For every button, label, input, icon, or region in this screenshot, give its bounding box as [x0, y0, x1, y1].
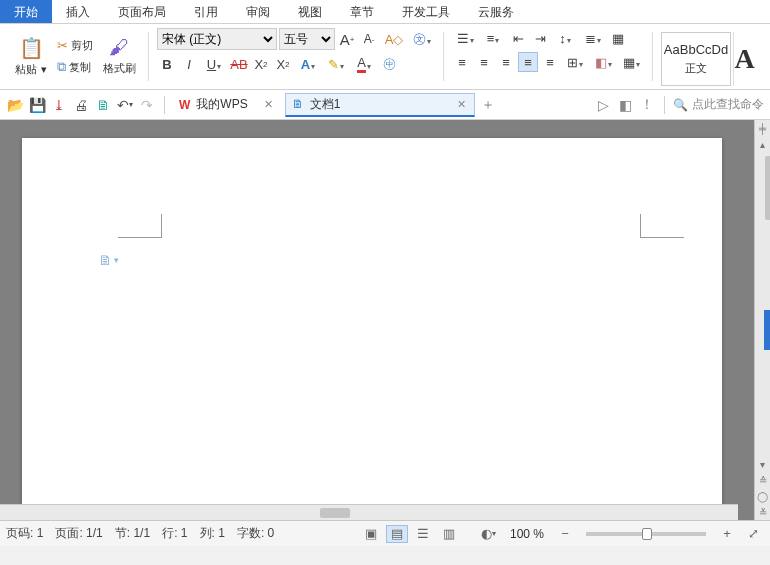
- menu-tab-insert[interactable]: 插入: [52, 0, 104, 23]
- menu-tab-references[interactable]: 引用: [180, 0, 232, 23]
- tab-document[interactable]: 🗎 文档1 ✕: [285, 93, 475, 117]
- view-fullscreen-button[interactable]: ▣: [360, 525, 382, 543]
- view-outline-button[interactable]: ☰: [412, 525, 434, 543]
- bold-button[interactable]: B: [157, 54, 177, 74]
- text-effects-button[interactable]: A: [295, 54, 321, 74]
- zoom-slider[interactable]: [586, 532, 706, 536]
- scrollbar-thumb[interactable]: [320, 508, 350, 518]
- tab-my-wps[interactable]: W 我的WPS ✕: [173, 93, 281, 117]
- dropdown-icon: ▾: [41, 63, 47, 75]
- increase-indent-button[interactable]: ⇥: [530, 28, 550, 48]
- menu-tab-devtools[interactable]: 开发工具: [388, 0, 464, 23]
- align-justify-button[interactable]: ≡: [518, 52, 538, 72]
- print-icon[interactable]: 🖨: [72, 96, 90, 114]
- decrease-indent-button[interactable]: ⇤: [508, 28, 528, 48]
- enclose-char-button[interactable]: ㊥: [379, 54, 399, 74]
- paragraph-icon: 🗎: [98, 252, 112, 268]
- view-web-button[interactable]: ▥: [438, 525, 460, 543]
- prev-page-icon[interactable]: ≙: [755, 472, 771, 488]
- redo-icon[interactable]: ↷: [138, 96, 156, 114]
- status-page-no[interactable]: 页码: 1: [6, 525, 43, 542]
- export-pdf-icon[interactable]: ⤓: [50, 96, 68, 114]
- clear-format-button[interactable]: A◇: [381, 29, 407, 49]
- split-icon[interactable]: ╪: [755, 120, 771, 136]
- fit-page-button[interactable]: ⤢: [742, 525, 764, 543]
- distribute-button[interactable]: ≡: [540, 52, 560, 72]
- paste-button[interactable]: 📋 粘贴 ▾: [10, 28, 52, 84]
- strikethrough-button[interactable]: AB: [229, 54, 249, 74]
- scroll-up-icon[interactable]: ▴: [755, 136, 771, 152]
- highlight-button[interactable]: ✎: [323, 54, 349, 74]
- zoom-slider-thumb[interactable]: [642, 528, 652, 540]
- cut-label: 剪切: [71, 38, 93, 53]
- copy-button[interactable]: ⧉复制: [54, 57, 96, 77]
- style-heading[interactable]: A: [733, 32, 755, 86]
- reading-mode-button[interactable]: ◐▾: [478, 525, 500, 543]
- menu-tab-sections[interactable]: 章节: [336, 0, 388, 23]
- zoom-out-button[interactable]: −: [554, 525, 576, 543]
- separator: [443, 32, 444, 81]
- status-section[interactable]: 节: 1/1: [115, 525, 150, 542]
- align-left-button[interactable]: ≡: [452, 52, 472, 72]
- superscript-button[interactable]: X2: [251, 54, 271, 74]
- paragraph-group: ☰ ≡ ⇤ ⇥ ↕ ≣ ▦ ≡ ≡ ≡ ≡ ≡ ⊞ ◧ ▦: [448, 28, 648, 89]
- underline-button[interactable]: U: [201, 54, 227, 74]
- menu-tab-cloud[interactable]: 云服务: [464, 0, 528, 23]
- italic-button[interactable]: I: [179, 54, 199, 74]
- menu-tab-review[interactable]: 审阅: [232, 0, 284, 23]
- horizontal-scrollbar[interactable]: [0, 504, 738, 520]
- tab-settings-button[interactable]: ⊞: [562, 52, 588, 72]
- scroll-down-icon[interactable]: ▾: [755, 456, 771, 472]
- phonetic-guide-button[interactable]: ㉆: [409, 29, 435, 49]
- font-color-button[interactable]: A: [351, 54, 377, 74]
- format-painter-button[interactable]: 🖌 格式刷: [98, 28, 140, 84]
- notify-icon[interactable]: ！: [638, 96, 656, 114]
- new-tab-button[interactable]: ＋: [479, 96, 497, 114]
- print-preview-icon[interactable]: 🗎: [94, 96, 112, 114]
- borders-button[interactable]: ▦: [618, 52, 644, 72]
- align-right-button[interactable]: ≡: [496, 52, 516, 72]
- grow-font-button[interactable]: A+: [337, 29, 357, 49]
- zoom-in-button[interactable]: +: [716, 525, 738, 543]
- menu-tab-view[interactable]: 视图: [284, 0, 336, 23]
- bullets-button[interactable]: ☰: [452, 28, 478, 48]
- document-viewport[interactable]: 🗎▾: [0, 120, 754, 520]
- paste-icon: 📋: [19, 36, 44, 60]
- view-print-layout-button[interactable]: ▤: [386, 525, 408, 543]
- text-direction-button[interactable]: ↕: [552, 28, 578, 48]
- command-search[interactable]: 🔍 点此查找命令: [673, 96, 764, 113]
- font-size-combo[interactable]: 五号: [279, 28, 335, 50]
- undo-icon[interactable]: ↶▾: [116, 96, 134, 114]
- status-page[interactable]: 页面: 1/1: [55, 525, 102, 542]
- ribbon: 📋 粘贴 ▾ ✂剪切 ⧉复制 🖌 格式刷 宋体 (正文) 五号 A+ A- A◇…: [0, 24, 770, 90]
- cut-button[interactable]: ✂剪切: [54, 35, 96, 55]
- subscript-button[interactable]: X2: [273, 54, 293, 74]
- browse-object-icon[interactable]: ◯: [755, 488, 771, 504]
- open-icon[interactable]: 📂: [6, 96, 24, 114]
- show-marks-button[interactable]: ▦: [608, 28, 628, 48]
- shrink-font-button[interactable]: A-: [359, 29, 379, 49]
- nav-back-icon[interactable]: ▷: [594, 96, 612, 114]
- margin-guide: [640, 214, 684, 238]
- style-normal[interactable]: AaBbCcDd 正文: [661, 32, 731, 86]
- next-page-icon[interactable]: ≚: [755, 504, 771, 520]
- close-icon[interactable]: ✕: [264, 98, 273, 111]
- shading-button[interactable]: ◧: [590, 52, 616, 72]
- font-name-combo[interactable]: 宋体 (正文): [157, 28, 277, 50]
- zoom-value[interactable]: 100 %: [510, 527, 544, 541]
- scrollbar-thumb[interactable]: [765, 156, 771, 220]
- task-pane-icon[interactable]: ◧: [616, 96, 634, 114]
- style-name: 正文: [685, 61, 707, 76]
- align-center-button[interactable]: ≡: [474, 52, 494, 72]
- save-icon[interactable]: 💾: [28, 96, 46, 114]
- close-icon[interactable]: ✕: [457, 98, 466, 111]
- paragraph-flyout[interactable]: 🗎▾: [98, 252, 119, 268]
- menu-tab-start[interactable]: 开始: [0, 0, 52, 23]
- status-words[interactable]: 字数: 0: [237, 525, 274, 542]
- numbering-button[interactable]: ≡: [480, 28, 506, 48]
- menu-tab-layout[interactable]: 页面布局: [104, 0, 180, 23]
- side-panel-grip[interactable]: [764, 310, 770, 350]
- page[interactable]: 🗎▾: [22, 138, 722, 520]
- line-spacing-button[interactable]: ≣: [580, 28, 606, 48]
- style-preview: AaBbCcDd: [664, 42, 728, 57]
